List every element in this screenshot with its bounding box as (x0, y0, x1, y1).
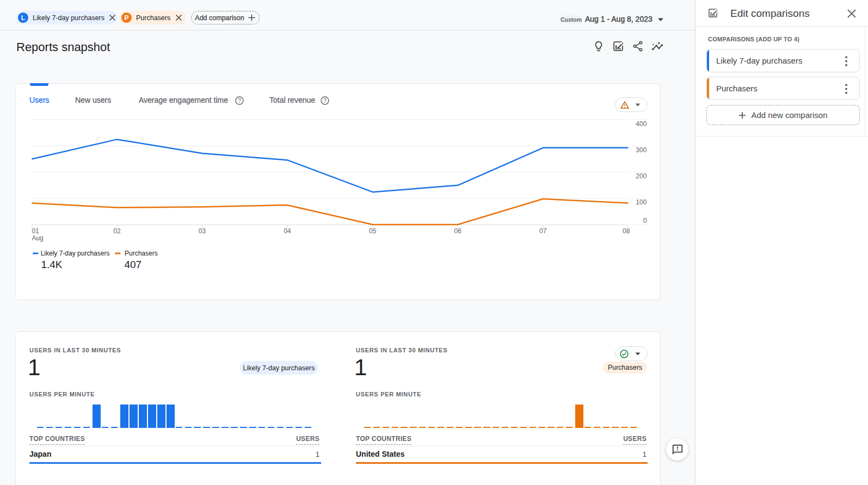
svg-text:04: 04 (284, 227, 291, 235)
svg-text:05: 05 (369, 227, 377, 235)
svg-text:1.4K: 1.4K (41, 259, 62, 270)
svg-text:300: 300 (636, 146, 647, 154)
svg-text:400: 400 (636, 120, 647, 128)
svg-text:Aug: Aug (32, 234, 43, 242)
svg-text:0: 0 (643, 217, 647, 225)
svg-text:01: 01 (32, 227, 39, 235)
svg-text:06: 06 (454, 227, 462, 235)
svg-text:08: 08 (623, 227, 630, 235)
svg-text:Purchasers: Purchasers (125, 250, 158, 257)
svg-text:02: 02 (113, 227, 121, 235)
svg-text:03: 03 (199, 227, 206, 235)
svg-text:07: 07 (539, 227, 547, 235)
svg-text:407: 407 (124, 259, 141, 270)
svg-text:Likely 7-day purchasers: Likely 7-day purchasers (41, 250, 110, 257)
svg-text:100: 100 (636, 198, 647, 206)
svg-text:200: 200 (636, 172, 647, 180)
